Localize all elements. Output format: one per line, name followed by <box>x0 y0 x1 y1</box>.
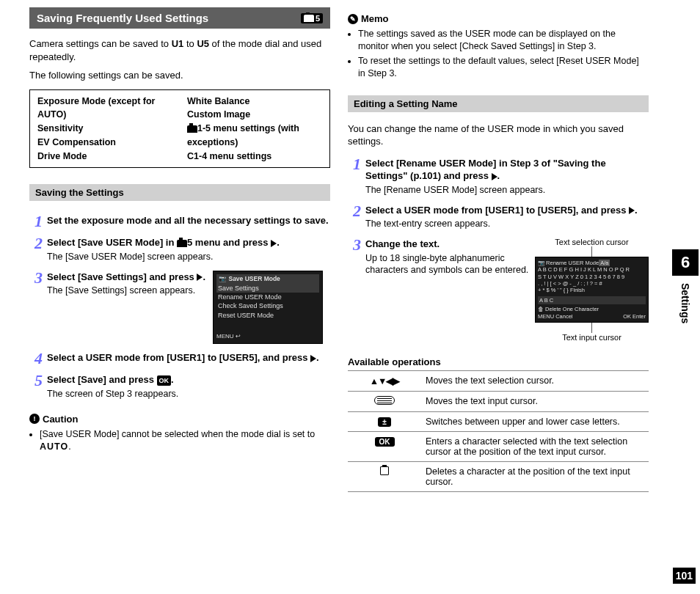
op-desc: Deletes a character at the position of t… <box>421 461 649 491</box>
step-desc: The text-entry screen appears. <box>365 218 649 230</box>
left-column: Saving Frequently Used Settings 5 Camera… <box>29 7 330 587</box>
menu-badge-number: 5 <box>316 14 320 23</box>
exposure-comp-icon: ± <box>378 417 391 427</box>
op-desc: Switches between upper and lower case le… <box>421 411 649 431</box>
step-desc: Up to 18 single-byte alphanumeric charac… <box>365 252 531 277</box>
right-arrow-icon <box>310 355 316 362</box>
table-cell: 1-5 menu settings (with exceptions) <box>187 122 322 150</box>
ss-row: S T U V W X Y Z 0 1 2 3 4 5 6 7 8 9 <box>538 274 646 280</box>
annotation-bottom: Text input cursor <box>535 333 649 342</box>
step-item: 3 Select [Save Settings] and press . The… <box>29 271 330 345</box>
camera-icon <box>177 240 187 247</box>
caution-icon: ! <box>29 414 40 424</box>
dpad-icon: ▲▼◀▶ <box>370 376 400 386</box>
step-head: Select [Rename USER Mode] in Step 3 of "… <box>365 157 649 183</box>
camera-icon <box>187 125 197 133</box>
ss-row: Rename USER Mode <box>216 293 319 301</box>
step-head: Select [Save Settings] and press . <box>47 271 205 284</box>
step-head: Set the exposure mode and all the necess… <box>47 214 330 227</box>
step-item: 2 Select a USER mode from [USER1] to [US… <box>348 204 649 230</box>
step-number: 4 <box>29 351 43 366</box>
step-head: Select [Save] and press OK. <box>47 373 330 386</box>
step-number: 1 <box>29 214 43 229</box>
intro-para-1: Camera settings can be saved to U1 to U5… <box>29 37 330 63</box>
right-arrow-icon <box>271 240 277 247</box>
memo-icon: ✎ <box>348 14 358 24</box>
step-number: 2 <box>29 236 43 263</box>
table-cell: Drive Mode <box>37 150 172 164</box>
ss-current-text: A B C <box>538 296 646 304</box>
chapter-label: Settings <box>679 283 691 323</box>
op-key <box>348 391 421 411</box>
memo-label: Memo <box>361 13 389 24</box>
saveable-settings-table: Exposure Mode (except for AUTO) Sensitiv… <box>29 89 330 169</box>
caution-list: [Save USER Mode] cannot be selected when… <box>29 426 330 455</box>
step-head: Change the text. <box>365 238 531 251</box>
step-item: 4 Select a USER mode from [USER1] to [US… <box>29 351 330 366</box>
step-number: 5 <box>29 373 43 400</box>
table-cell: Sensitivity <box>37 122 172 136</box>
rename-user-mode-screenshot: 📷 Rename USER ModeA/a A B C D E F G H I … <box>535 257 649 323</box>
step-head: Select a USER mode from [USER1] to [USER… <box>47 351 330 364</box>
camera-icon <box>304 15 314 22</box>
section-title-text: Saving Frequently Used Settings <box>37 12 208 24</box>
ss-row: . , ! | [ < > @ - _ / : ; ! ? = # <box>538 280 646 287</box>
step-item: 1 Set the exposure mode and all the nece… <box>29 214 330 229</box>
left-steps: 1 Set the exposure mode and all the nece… <box>29 208 330 407</box>
table-cell: Custom Image <box>187 108 322 122</box>
step-head: Select a USER mode from [USER1] to [USER… <box>365 204 649 217</box>
step-head: Select [Save USER Mode] in 5 menu and pr… <box>47 236 330 249</box>
saveable-col-2: White Balance Custom Image 1-5 menu sett… <box>187 95 322 164</box>
chapter-number-tab: 6 <box>672 249 699 276</box>
memo-list: The settings saved as the USER mode can … <box>348 26 649 82</box>
saveable-col-1: Exposure Mode (except for AUTO) Sensitiv… <box>37 95 172 164</box>
step-item: 5 Select [Save] and press OK. The screen… <box>29 373 330 400</box>
ok-button-icon: OK <box>375 437 395 447</box>
op-key: ▲▼◀▶ <box>348 370 421 391</box>
step-desc: The screen of Step 3 reappears. <box>47 388 330 400</box>
step-number: 3 <box>348 238 361 342</box>
table-row: ± Switches between upper and lower case … <box>348 411 649 431</box>
step-item: 3 Change the text. Up to 18 single-byte … <box>348 238 649 342</box>
step-desc: The [Save Settings] screen appears. <box>47 285 205 297</box>
ss-row: Save Settings <box>216 284 319 293</box>
step-number: 1 <box>348 157 361 197</box>
memo-header: ✎ Memo <box>348 13 649 24</box>
table-row: Moves the text input cursor. <box>348 391 649 411</box>
op-desc: Moves the text input cursor. <box>421 391 649 411</box>
table-cell: C1-4 menu settings <box>187 150 322 164</box>
op-desc: Moves the text selection cursor. <box>421 370 649 391</box>
ss-row: A B C D E F G H I J K L M N O P Q R <box>538 266 646 273</box>
table-cell: White Balance <box>187 95 322 109</box>
table-cell: Exposure Mode (except for AUTO) <box>37 95 172 122</box>
side-navigation: 6 Settings <box>671 0 700 594</box>
annotation-top: Text selection cursor <box>535 238 649 246</box>
table-cell: EV Compensation <box>37 136 172 150</box>
table-row: ▲▼◀▶ Moves the text selection cursor. <box>348 370 649 391</box>
ss-row: + * $ % ' " { } Finish <box>538 287 646 293</box>
right-steps: 1 Select [Rename USER Mode] in Step 3 of… <box>348 151 649 349</box>
op-key <box>348 461 421 491</box>
step-desc: The [Save USER Mode] screen appears. <box>47 251 330 263</box>
right-arrow-icon <box>492 173 497 180</box>
subheader-editing: Editing a Setting Name <box>348 95 649 112</box>
caution-item: [Save USER Mode] cannot be selected when… <box>40 428 330 453</box>
caution-header: ! Caution <box>29 414 330 425</box>
operations-table: ▲▼◀▶ Moves the text selection cursor. Mo… <box>348 370 649 492</box>
menu-badge: 5 <box>301 13 323 23</box>
table-row: OK Enters a character selected with the … <box>348 431 649 461</box>
ok-icon: OK <box>157 375 172 386</box>
operations-title: Available operations <box>348 356 649 367</box>
table-row: Deletes a character at the position of t… <box>348 461 649 491</box>
op-key: OK <box>348 431 421 461</box>
step-item: 2 Select [Save USER Mode] in 5 menu and … <box>29 236 330 263</box>
save-user-mode-screenshot: 📷 Save USER Mode Save Settings Rename US… <box>213 271 323 345</box>
memo-item: The settings saved as the USER mode can … <box>358 28 649 53</box>
subheader-saving: Saving the Settings <box>29 184 330 201</box>
step-item: 1 Select [Rename USER Mode] in Step 3 of… <box>348 157 649 197</box>
step-number: 3 <box>29 271 43 345</box>
right-column: ✎ Memo The settings saved as the USER mo… <box>348 7 649 587</box>
intro-para-2: The following settings can be saved. <box>29 69 330 82</box>
step-number: 2 <box>348 204 361 230</box>
ss-row: Reset USER Mode <box>216 311 319 320</box>
